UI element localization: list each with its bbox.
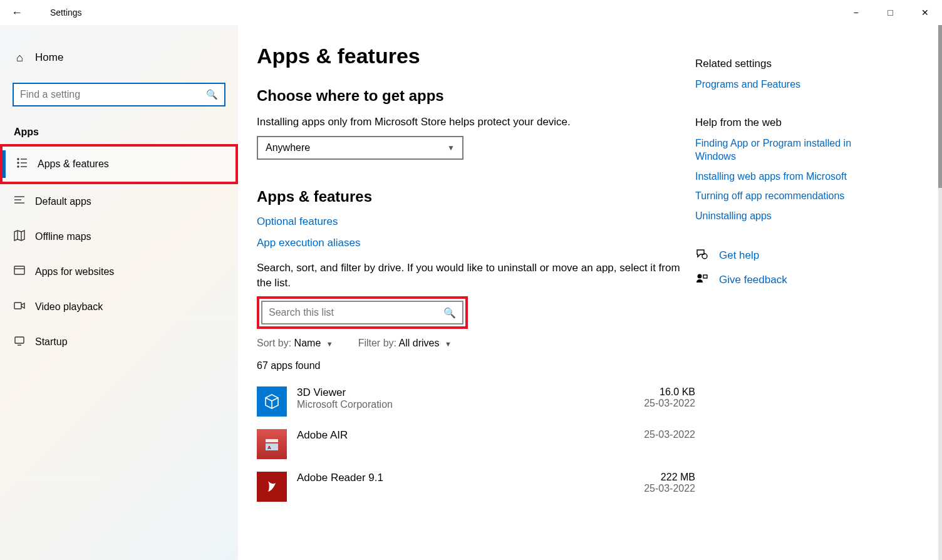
svg-rect-21	[703, 275, 707, 278]
sidebar-item-label: Offline maps	[35, 231, 91, 242]
close-button[interactable]: ✕	[908, 0, 942, 25]
sidebar-item-label: Default apps	[35, 196, 91, 207]
sidebar-item-default-apps[interactable]: Default apps	[0, 184, 238, 219]
map-icon	[14, 230, 35, 244]
sidebar-item-offline-maps[interactable]: Offline maps	[0, 219, 238, 254]
search-icon: 🔍	[443, 307, 456, 319]
app-size: 222 MB	[644, 472, 695, 483]
svg-point-4	[18, 166, 19, 167]
svg-rect-14	[15, 337, 24, 343]
chevron-down-icon: ▼	[445, 340, 452, 348]
window-title: Settings	[50, 8, 82, 18]
app-name: Adobe AIR	[297, 429, 644, 442]
sidebar-item-label: Apps & features	[38, 158, 109, 170]
app-date: 25-03-2022	[644, 429, 695, 440]
app-row[interactable]: 3D Viewer Microsoft Corporation 16.0 KB …	[257, 380, 695, 423]
sidebar-section-label: Apps	[0, 120, 238, 144]
optional-features-link[interactable]: Optional features	[257, 215, 695, 228]
sidebar-item-label: Apps for websites	[35, 266, 114, 277]
right-panel: Related settings Programs and Features H…	[695, 44, 889, 560]
svg-point-19	[702, 254, 707, 259]
chevron-down-icon: ▼	[447, 143, 455, 152]
app-size: 16.0 KB	[644, 386, 695, 398]
sort-by-control[interactable]: Sort by: Name ▼	[257, 338, 333, 349]
app-publisher: Microsoft Corporation	[297, 399, 644, 410]
list-icon	[16, 157, 38, 172]
programs-features-link[interactable]: Programs and Features	[695, 78, 889, 91]
app-source-dropdown[interactable]: Anywhere ▼	[257, 136, 463, 160]
related-settings-heading: Related settings	[695, 58, 889, 70]
app-date: 25-03-2022	[644, 398, 695, 409]
chevron-down-icon: ▼	[326, 340, 333, 348]
app-name: Adobe Reader 9.1	[297, 472, 644, 484]
app-row[interactable]: Adobe Reader 9.1 222 MB 25-03-2022	[257, 465, 695, 508]
svg-rect-11	[14, 266, 24, 274]
app-source-value: Anywhere	[266, 142, 310, 153]
startup-icon	[14, 335, 35, 350]
sidebar: ⌂ Home 🔍 Apps Apps & features Default ap…	[0, 25, 238, 560]
svg-point-2	[18, 162, 19, 163]
search-icon: 🔍	[206, 89, 218, 100]
choose-desc: Installing apps only from Microsoft Stor…	[257, 115, 695, 130]
defaults-icon	[14, 195, 35, 209]
get-help-row[interactable]: Get help	[695, 248, 889, 264]
give-feedback-link[interactable]: Give feedback	[719, 274, 787, 286]
help-link[interactable]: Turning off app recommendations	[695, 189, 889, 203]
feedback-icon	[695, 272, 708, 288]
app-execution-aliases-link[interactable]: App execution aliases	[257, 237, 695, 249]
sidebar-item-video-playback[interactable]: Video playback	[0, 289, 238, 324]
sidebar-home[interactable]: ⌂ Home	[0, 44, 238, 71]
search-list-field[interactable]	[269, 307, 443, 318]
app-row[interactable]: A Adobe AIR 25-03-2022	[257, 423, 695, 465]
find-setting-field[interactable]	[20, 89, 206, 100]
svg-rect-16	[266, 439, 278, 442]
sidebar-home-label: Home	[35, 51, 63, 64]
app-count: 67 apps found	[257, 360, 695, 371]
svg-point-20	[698, 274, 702, 278]
give-feedback-row[interactable]: Give feedback	[695, 272, 889, 288]
get-help-link[interactable]: Get help	[719, 249, 759, 262]
minimize-button[interactable]: −	[839, 0, 873, 25]
home-icon: ⌂	[16, 51, 35, 65]
svg-rect-13	[14, 303, 21, 309]
sidebar-item-label: Video playback	[35, 301, 103, 313]
help-link[interactable]: Finding App or Program installed in Wind…	[695, 137, 889, 163]
sidebar-item-startup[interactable]: Startup	[0, 324, 238, 360]
help-link[interactable]: Uninstalling apps	[695, 209, 889, 223]
app-icon-adobe-air: A	[257, 429, 287, 459]
main-content: Apps & features Choose where to get apps…	[257, 44, 695, 560]
app-name: 3D Viewer	[297, 386, 644, 399]
apps-features-subheading: Apps & features	[257, 188, 695, 205]
app-icon-3dviewer	[257, 386, 287, 417]
choose-heading: Choose where to get apps	[257, 87, 695, 105]
app-icon-adobe-reader	[257, 472, 287, 502]
svg-text:A: A	[267, 445, 271, 450]
sidebar-item-apps-websites[interactable]: Apps for websites	[0, 254, 238, 289]
back-button[interactable]: ←	[11, 6, 29, 19]
help-web-heading: Help from the web	[695, 117, 889, 129]
find-setting-input[interactable]: 🔍	[13, 83, 225, 106]
help-icon	[695, 248, 708, 264]
search-list-input[interactable]: 🔍	[261, 301, 463, 324]
video-icon	[14, 300, 35, 314]
scrollbar[interactable]	[938, 25, 942, 560]
filter-desc: Search, sort, and filter by drive. If yo…	[257, 261, 695, 291]
sidebar-item-apps-features[interactable]: Apps & features	[3, 147, 236, 182]
scrollbar-thumb[interactable]	[938, 25, 942, 188]
maximize-button[interactable]: □	[873, 0, 908, 25]
svg-point-0	[18, 158, 19, 160]
app-date: 25-03-2022	[644, 483, 695, 494]
help-link[interactable]: Installing web apps from Microsoft	[695, 170, 889, 184]
sidebar-item-label: Startup	[35, 336, 68, 348]
websites-icon	[14, 265, 35, 279]
filter-by-control[interactable]: Filter by: All drives ▼	[358, 338, 452, 349]
page-title: Apps & features	[257, 44, 695, 68]
